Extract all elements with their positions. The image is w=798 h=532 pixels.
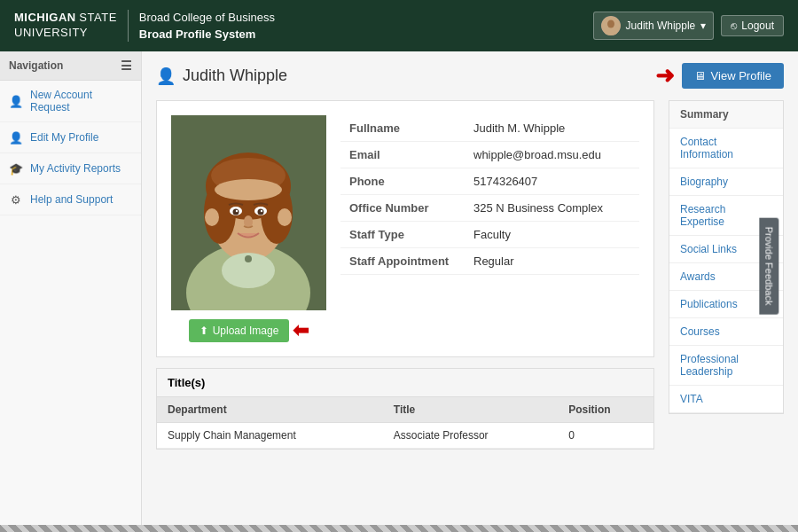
broad-line1: Broad College of Business	[139, 9, 275, 27]
profile-info: Fullname Judith M. Whipple Email whipple…	[340, 115, 639, 342]
cell-department: Supply Chain Management	[157, 423, 383, 449]
person-add-icon: 👤	[9, 94, 23, 108]
person-icon: 👤	[156, 66, 176, 86]
logout-button[interactable]: ⎋ Logout	[721, 15, 784, 36]
table-row: Email whipple@broad.msu.edu	[340, 142, 639, 168]
logout-label: Logout	[741, 20, 774, 32]
header-divider	[128, 10, 129, 42]
header: MICHIGAN STATE UNIVERSITY Broad College …	[0, 0, 798, 51]
msu-logo: MICHIGAN STATE UNIVERSITY	[14, 11, 117, 41]
field-label: Staff Type	[340, 222, 465, 248]
sidebar-icon: ☰	[121, 59, 132, 73]
field-label: Staff Appointment	[340, 248, 465, 275]
logout-icon: ⎋	[731, 20, 737, 32]
col-title: Title	[383, 397, 558, 423]
cell-position: 0	[558, 423, 653, 449]
sidebar: Navigation ☰ 👤 New Account Request 👤 Edi…	[0, 51, 142, 532]
sidebar-header: Navigation ☰	[0, 51, 141, 81]
field-label: Phone	[340, 168, 465, 195]
col-position: Position	[558, 397, 653, 423]
page-title: 👤 Judith Whipple	[156, 66, 287, 86]
svg-point-21	[278, 208, 292, 226]
upload-row: ⬆ Upload Image ⬅	[189, 319, 309, 342]
right-nav-biography[interactable]: Biography	[669, 168, 783, 196]
right-nav-contact[interactable]: Contact Information	[669, 129, 783, 168]
table-row: Office Number 325 N Business Complex	[340, 195, 639, 222]
titles-table: Department Title Position Supply Chain M…	[157, 397, 653, 449]
content-main: ⬆ Upload Image ⬅ Fullname Judith M. Whip…	[156, 100, 654, 450]
field-value: 5174326407	[465, 168, 639, 195]
col-department: Department	[157, 397, 383, 423]
right-nav-summary: Summary	[669, 101, 783, 129]
table-row: Staff Appointment Regular	[340, 248, 639, 275]
svg-point-12	[215, 179, 282, 200]
svg-point-17	[236, 210, 238, 212]
right-nav-professional[interactable]: Professional Leadership	[669, 346, 783, 386]
chevron-down-icon: ▾	[700, 20, 706, 32]
msu-michigan: MICHIGAN	[14, 11, 76, 24]
view-profile-icon: 🖥	[694, 69, 706, 82]
svg-point-20	[205, 208, 219, 226]
content-area: 👤 Judith Whipple ➜ 🖥 View Profile	[142, 51, 798, 532]
upload-icon: ⬆	[200, 325, 208, 337]
profile-photo-col: ⬆ Upload Image ⬅	[171, 115, 326, 342]
svg-point-23	[245, 255, 252, 262]
sidebar-nav-label: Navigation	[9, 59, 63, 72]
broad-title: Broad College of Business Broad Profile …	[139, 9, 275, 43]
sidebar-item-new-account[interactable]: 👤 New Account Request	[0, 81, 141, 122]
profile-section: ⬆ Upload Image ⬅ Fullname Judith M. Whip…	[156, 100, 654, 357]
arrow-to-upload: ⬅	[293, 319, 309, 342]
upload-label: Upload Image	[213, 325, 279, 337]
feedback-tab[interactable]: Provide Feedback	[760, 218, 779, 315]
user-name: Judith Whipple	[626, 20, 696, 32]
svg-point-18	[261, 210, 262, 212]
content-with-right: ⬆ Upload Image ⬅ Fullname Judith M. Whip…	[156, 100, 784, 450]
main-layout: Navigation ☰ 👤 New Account Request 👤 Edi…	[0, 51, 798, 532]
feedback-label: Provide Feedback	[764, 227, 775, 306]
arrow-to-view-profile: ➜	[655, 62, 675, 90]
msu-university: UNIVERSITY	[14, 26, 88, 39]
table-row: Supply Chain Management Associate Profes…	[157, 423, 653, 449]
avatar	[601, 16, 621, 35]
sidebar-item-label: Edit My Profile	[30, 131, 98, 144]
upload-image-button[interactable]: ⬆ Upload Image	[189, 319, 290, 342]
sidebar-item-activity-reports[interactable]: 🎓 My Activity Reports	[0, 153, 141, 184]
person-edit-icon: 👤	[9, 130, 23, 145]
msu-state: STATE	[79, 11, 116, 24]
svg-point-1	[607, 20, 614, 28]
titles-section: Title(s) Department Title Position Suppl…	[156, 368, 654, 450]
page-title-text: Judith Whipple	[183, 66, 287, 85]
graduation-icon: 🎓	[9, 161, 23, 176]
sidebar-item-help-support[interactable]: ⚙ Help and Support	[0, 184, 141, 215]
field-value: whipple@broad.msu.edu	[465, 142, 639, 168]
page-title-bar: 👤 Judith Whipple ➜ 🖥 View Profile	[156, 62, 784, 90]
info-table: Fullname Judith M. Whipple Email whipple…	[340, 115, 639, 275]
view-profile-label: View Profile	[711, 69, 771, 82]
field-label: Fullname	[340, 115, 465, 142]
right-nav-courses[interactable]: Courses	[669, 318, 783, 346]
table-row: Fullname Judith M. Whipple	[340, 115, 639, 142]
sidebar-item-label: My Activity Reports	[30, 162, 121, 175]
svg-point-19	[244, 215, 253, 228]
profile-photo	[171, 115, 326, 310]
field-label: Email	[340, 142, 465, 168]
sidebar-item-edit-profile[interactable]: 👤 Edit My Profile	[0, 122, 141, 153]
svg-point-16	[258, 209, 264, 215]
header-left: MICHIGAN STATE UNIVERSITY Broad College …	[14, 9, 275, 43]
header-right: Judith Whipple ▾ ⎋ Logout	[593, 12, 784, 40]
user-badge[interactable]: Judith Whipple ▾	[593, 12, 715, 40]
svg-point-15	[233, 209, 239, 215]
cell-title: Associate Professor	[383, 423, 558, 449]
gear-icon: ⚙	[9, 192, 23, 207]
broad-line2: Broad Profile System	[139, 26, 275, 43]
field-value: Judith M. Whipple	[465, 115, 639, 142]
bottom-stripe	[0, 525, 798, 532]
titles-header: Title(s)	[157, 369, 653, 397]
view-profile-button[interactable]: 🖥 View Profile	[682, 63, 784, 89]
sidebar-item-label: New Account Request	[30, 89, 132, 113]
field-value: Regular	[465, 248, 639, 275]
right-nav-vita[interactable]: VITA	[669, 386, 783, 413]
table-row: Phone 5174326407	[340, 168, 639, 195]
field-value: 325 N Business Complex	[465, 195, 639, 222]
field-value: Faculty	[465, 222, 639, 248]
